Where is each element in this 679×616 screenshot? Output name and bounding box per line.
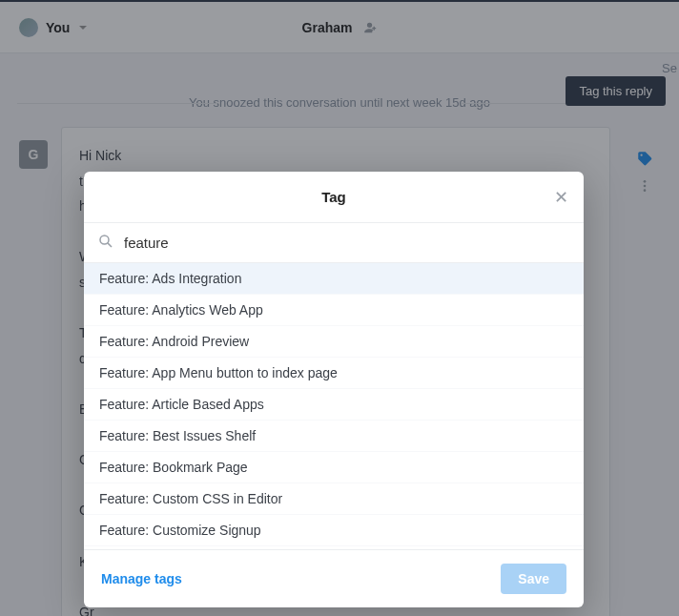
tag-option[interactable]: Feature: Customize Signup [84,515,584,546]
svg-line-4 [108,243,112,247]
save-button[interactable]: Save [501,564,566,594]
svg-point-3 [100,236,109,244]
manage-tags-link[interactable]: Manage tags [101,571,182,586]
tag-option[interactable]: Feature: Best Issues Shelf [84,421,584,452]
search-icon [97,233,114,253]
modal-footer: Manage tags Save [84,549,584,607]
tag-option[interactable]: Feature: App Menu button to index page [84,358,584,389]
search-row [84,223,584,263]
modal-title: Tag [321,189,346,205]
tag-option[interactable]: Feature: Ads Integration [84,263,584,295]
tag-search-input[interactable] [124,235,570,251]
tag-modal: Tag ✕ Feature: Ads Integration Feature: … [84,172,584,607]
close-icon[interactable]: ✕ [554,187,568,208]
tag-list: Feature: Ads Integration Feature: Analyt… [84,263,584,549]
tag-option[interactable]: Feature: Article Based Apps [84,389,584,421]
modal-header: Tag ✕ [84,172,584,223]
tag-option[interactable]: Feature: Analytics Web App [84,295,584,326]
tag-option[interactable]: Feature: Custom CSS in Editor [84,483,584,515]
tag-option[interactable]: Feature: Bookmark Page [84,452,584,483]
tag-option[interactable]: Feature: Android Preview [84,326,584,358]
